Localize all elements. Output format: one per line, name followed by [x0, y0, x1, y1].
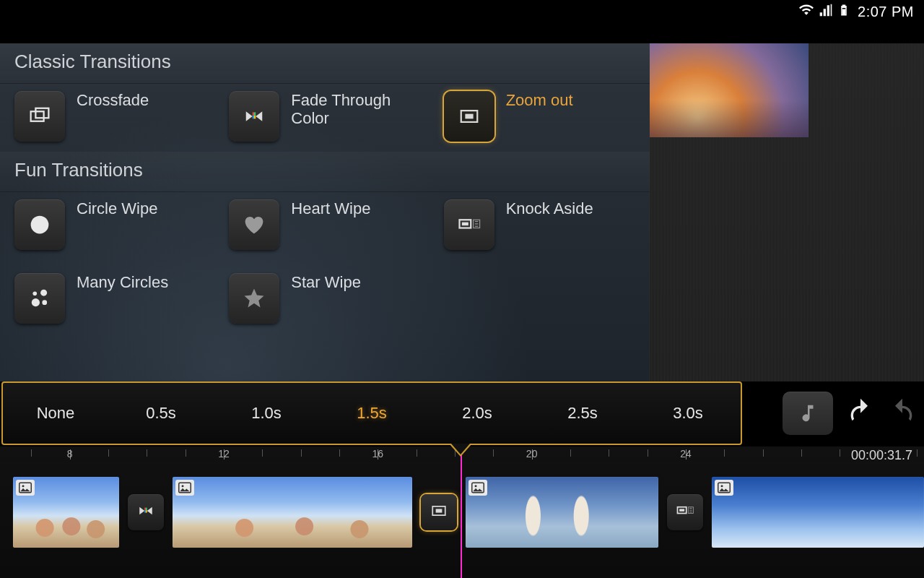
transition-circle[interactable]: Circle Wipe — [3, 197, 217, 253]
ruler-tick — [108, 449, 109, 457]
transition-label: Circle Wipe — [77, 199, 157, 217]
ruler-tick — [493, 449, 494, 457]
ruler-tick — [147, 449, 147, 457]
timeline[interactable]: 00:00:31.7 812162024 — [0, 447, 924, 578]
ruler-label: 16 — [372, 448, 384, 460]
transition-fade-color[interactable]: Fade Through Color — [217, 88, 432, 144]
svg-rect-7 — [253, 116, 254, 119]
ruler-tick — [648, 449, 648, 457]
timeline-clip[interactable] — [13, 477, 119, 548]
playhead[interactable] — [461, 447, 462, 578]
transition-label: Zoom out — [506, 91, 573, 109]
svg-rect-0 — [842, 9, 846, 14]
ruler-tick — [879, 449, 879, 457]
svg-rect-1 — [31, 111, 44, 121]
many-circles-icon — [14, 273, 65, 324]
svg-rect-26 — [144, 508, 146, 511]
ruler-tick — [186, 449, 186, 457]
transition-knock-aside[interactable]: Knock Aside — [432, 197, 647, 253]
transition-zoom-out[interactable]: Zoom out — [432, 88, 647, 144]
star-icon — [229, 273, 279, 324]
svg-point-31 — [182, 485, 184, 487]
preview-column — [650, 43, 924, 381]
heart-icon — [229, 199, 279, 250]
ruler-tick — [917, 449, 918, 457]
ruler-tick — [801, 449, 802, 457]
duration-option[interactable]: 2.5s — [530, 404, 635, 423]
ruler-tick — [262, 449, 263, 457]
ruler-tick — [339, 449, 340, 457]
timeline-clip[interactable] — [712, 477, 924, 548]
svg-rect-27 — [146, 508, 147, 511]
svg-point-35 — [474, 485, 476, 487]
duration-option[interactable]: 3.0s — [635, 404, 741, 423]
ruler-label: 12 — [218, 448, 230, 460]
timeline-transition[interactable] — [128, 494, 164, 530]
svg-rect-28 — [144, 510, 146, 513]
cellular-icon — [819, 3, 833, 21]
fade-color-icon — [229, 91, 279, 142]
image-badge-icon — [715, 480, 733, 496]
timecode-display: 00:00:31.7 — [851, 448, 912, 463]
circle-icon — [14, 199, 65, 250]
transition-star[interactable]: Star Wipe — [217, 270, 432, 327]
transition-heart[interactable]: Heart Wipe — [217, 197, 432, 253]
svg-point-20 — [32, 298, 40, 306]
zoom-out-icon — [444, 91, 494, 142]
timeline-transition[interactable] — [667, 494, 703, 530]
crossfade-icon — [14, 91, 65, 142]
ruler-label: 24 — [680, 448, 692, 460]
ruler-tick — [840, 449, 840, 457]
duration-pointer-icon — [449, 444, 472, 457]
transition-label: Fade Through Color — [291, 91, 414, 128]
ruler-tick — [570, 449, 571, 457]
svg-marker-3 — [246, 111, 253, 121]
duration-option[interactable]: 2.0s — [424, 404, 530, 423]
image-badge-icon — [468, 480, 487, 496]
svg-point-11 — [31, 216, 49, 234]
ruler-tick — [417, 449, 417, 457]
svg-point-43 — [720, 485, 723, 487]
svg-marker-25 — [147, 507, 152, 515]
timeline-clip[interactable] — [466, 477, 658, 548]
duration-option[interactable]: None — [3, 404, 108, 423]
svg-point-18 — [32, 291, 37, 296]
ruler-tick — [724, 449, 725, 457]
duration-option[interactable]: 0.5s — [108, 404, 214, 423]
svg-rect-8 — [254, 116, 256, 119]
undo-button[interactable] — [846, 397, 875, 429]
ruler-tick — [31, 449, 32, 457]
image-badge-icon — [175, 480, 194, 496]
svg-rect-6 — [254, 112, 256, 116]
svg-rect-30 — [179, 483, 191, 493]
transition-label: Star Wipe — [291, 273, 361, 291]
transitions-panel: Classic TransitionsCrossfadeFade Through… — [0, 43, 650, 381]
preview-thumbnail[interactable] — [650, 43, 808, 137]
svg-marker-24 — [139, 507, 144, 515]
svg-rect-13 — [462, 223, 468, 226]
duration-option[interactable]: 1.0s — [214, 404, 319, 423]
timeline-clip[interactable] — [173, 477, 412, 548]
svg-rect-2 — [35, 108, 48, 118]
image-badge-icon — [16, 480, 35, 496]
transition-crossfade[interactable]: Crossfade — [3, 88, 217, 144]
ruler-tick — [609, 449, 609, 457]
transition-label: Many Circles — [77, 273, 168, 291]
svg-marker-4 — [256, 111, 263, 121]
clock-text: 2:07 PM — [858, 4, 914, 20]
knock-aside-icon — [675, 501, 695, 524]
status-bar: 2:07 PM — [0, 0, 924, 23]
transition-label: Heart Wipe — [291, 199, 370, 217]
music-button[interactable] — [783, 392, 833, 435]
svg-point-19 — [40, 290, 47, 296]
timeline-transition[interactable] — [421, 494, 457, 530]
video-track[interactable] — [0, 473, 924, 552]
duration-picker: None0.5s1.0s1.5s2.0s2.5s3.0s — [1, 381, 742, 445]
redo-button[interactable] — [888, 397, 917, 429]
transition-many-circles[interactable]: Many Circles — [3, 270, 217, 327]
svg-rect-22 — [19, 483, 32, 493]
svg-rect-5 — [253, 112, 254, 116]
fade-color-icon — [136, 501, 156, 524]
duration-option[interactable]: 1.5s — [319, 404, 424, 423]
zoom-out-icon — [429, 501, 449, 524]
